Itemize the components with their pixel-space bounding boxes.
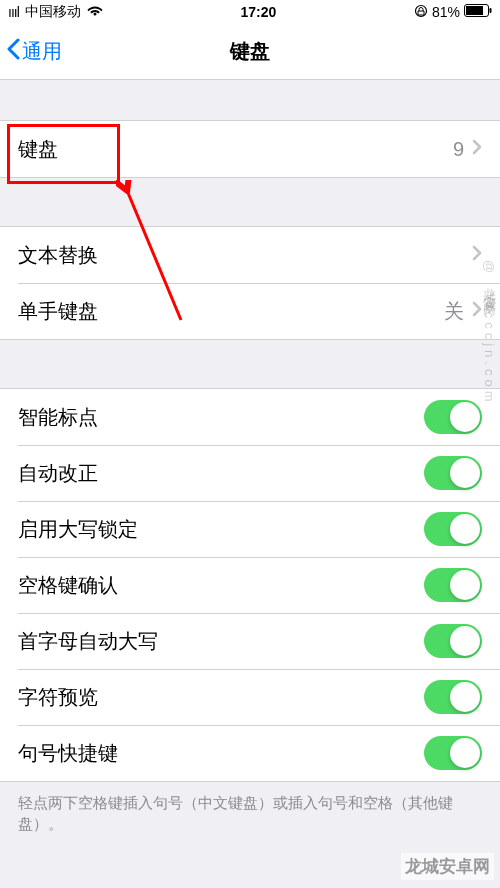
page-title: 键盘 xyxy=(0,38,500,65)
space-confirm-toggle[interactable] xyxy=(424,568,482,602)
footer-text: 轻点两下空格键插入句号（中文键盘）或插入句号和空格（其他键盘）。 xyxy=(0,782,500,844)
one-handed-value: 关 xyxy=(444,298,464,325)
auto-correction-row: 自动改正 xyxy=(0,445,500,501)
character-preview-row: 字符预览 xyxy=(0,669,500,725)
row-label: 字符预览 xyxy=(18,684,424,711)
svg-rect-2 xyxy=(466,6,483,15)
cellular-icon: ıııl xyxy=(8,4,19,20)
auto-capitalize-toggle[interactable] xyxy=(424,624,482,658)
row-label: 空格键确认 xyxy=(18,572,424,599)
smart-punctuation-toggle[interactable] xyxy=(424,400,482,434)
watermark-side: @龙城安卓网 lcccjn.com xyxy=(480,260,498,406)
period-shortcut-toggle[interactable] xyxy=(424,736,482,770)
watermark-corner: 龙城安卓网 xyxy=(401,853,494,880)
row-label: 智能标点 xyxy=(18,404,424,431)
keyboards-label: 键盘 xyxy=(18,136,453,163)
status-time: 17:20 xyxy=(103,4,414,20)
status-bar: ıııl 中国移动 17:20 81% xyxy=(0,0,500,24)
smart-punctuation-row: 智能标点 xyxy=(0,389,500,445)
svg-rect-3 xyxy=(490,8,492,13)
back-label: 通用 xyxy=(22,38,62,65)
wifi-icon xyxy=(87,4,103,20)
row-label: 自动改正 xyxy=(18,460,424,487)
keyboards-value: 9 xyxy=(453,138,464,161)
auto-capitalize-row: 首字母自动大写 xyxy=(0,613,500,669)
carrier-label: 中国移动 xyxy=(25,3,81,21)
orientation-lock-icon xyxy=(414,4,428,21)
auto-correction-toggle[interactable] xyxy=(424,456,482,490)
caps-lock-toggle[interactable] xyxy=(424,512,482,546)
chevron-right-icon xyxy=(472,139,482,159)
row-label: 首字母自动大写 xyxy=(18,628,424,655)
text-replacement-label: 文本替换 xyxy=(18,242,472,269)
space-confirm-row: 空格键确认 xyxy=(0,557,500,613)
row-label: 启用大写锁定 xyxy=(18,516,424,543)
character-preview-toggle[interactable] xyxy=(424,680,482,714)
one-handed-row[interactable]: 单手键盘 关 xyxy=(0,283,500,339)
one-handed-label: 单手键盘 xyxy=(18,298,444,325)
chevron-left-icon xyxy=(6,38,20,65)
period-shortcut-row: 句号快捷键 xyxy=(0,725,500,781)
back-button[interactable]: 通用 xyxy=(0,38,62,65)
battery-label: 81% xyxy=(432,4,460,20)
caps-lock-row: 启用大写锁定 xyxy=(0,501,500,557)
battery-icon xyxy=(464,4,492,20)
keyboards-row[interactable]: 键盘 9 xyxy=(0,121,500,177)
text-replacement-row[interactable]: 文本替换 xyxy=(0,227,500,283)
row-label: 句号快捷键 xyxy=(18,740,424,767)
nav-bar: 通用 键盘 xyxy=(0,24,500,80)
